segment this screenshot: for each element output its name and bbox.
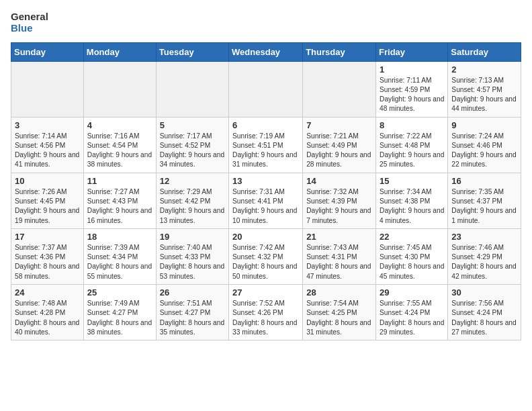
weekday-header-saturday: Saturday (448, 42, 521, 61)
calendar-cell (83, 61, 156, 117)
day-info: Sunrise: 7:35 AM Sunset: 4:37 PM Dayligh… (451, 187, 517, 226)
day-info: Sunrise: 7:26 AM Sunset: 4:45 PM Dayligh… (15, 187, 80, 226)
calendar-cell: 23Sunrise: 7:46 AM Sunset: 4:29 PM Dayli… (448, 228, 521, 284)
calendar-cell (156, 61, 228, 117)
day-number: 30 (451, 287, 517, 298)
calendar-table: SundayMondayTuesdayWednesdayThursdayFrid… (11, 42, 521, 341)
calendar-cell: 27Sunrise: 7:52 AM Sunset: 4:26 PM Dayli… (229, 285, 303, 340)
day-info: Sunrise: 7:42 AM Sunset: 4:32 PM Dayligh… (232, 243, 299, 281)
day-info: Sunrise: 7:43 AM Sunset: 4:31 PM Dayligh… (306, 243, 372, 281)
calendar-cell: 18Sunrise: 7:39 AM Sunset: 4:34 PM Dayli… (83, 228, 156, 284)
day-number: 26 (160, 287, 225, 298)
day-info: Sunrise: 7:14 AM Sunset: 4:56 PM Dayligh… (15, 132, 80, 170)
calendar-cell: 8Sunrise: 7:22 AM Sunset: 4:48 PM Daylig… (376, 117, 448, 173)
day-number: 6 (232, 120, 299, 130)
calendar-cell: 19Sunrise: 7:40 AM Sunset: 4:33 PM Dayli… (156, 228, 228, 284)
calendar-cell: 20Sunrise: 7:42 AM Sunset: 4:32 PM Dayli… (229, 228, 303, 284)
day-number: 20 (232, 232, 299, 242)
day-info: Sunrise: 7:40 AM Sunset: 4:33 PM Dayligh… (160, 243, 225, 281)
day-number: 29 (380, 287, 444, 298)
logo: General Blue (11, 11, 48, 34)
day-info: Sunrise: 7:45 AM Sunset: 4:30 PM Dayligh… (380, 243, 444, 281)
calendar-cell: 26Sunrise: 7:51 AM Sunset: 4:27 PM Dayli… (156, 285, 228, 340)
calendar-cell: 11Sunrise: 7:27 AM Sunset: 4:43 PM Dayli… (83, 173, 156, 228)
day-number: 28 (306, 287, 372, 298)
day-info: Sunrise: 7:32 AM Sunset: 4:39 PM Dayligh… (306, 187, 372, 226)
calendar-cell: 12Sunrise: 7:29 AM Sunset: 4:42 PM Dayli… (156, 173, 228, 228)
day-number: 14 (306, 176, 372, 186)
week-row-4: 17Sunrise: 7:37 AM Sunset: 4:36 PM Dayli… (11, 228, 521, 284)
calendar-cell: 5Sunrise: 7:17 AM Sunset: 4:52 PM Daylig… (156, 117, 228, 173)
day-number: 22 (380, 232, 444, 242)
day-number: 3 (15, 120, 80, 130)
logo-text-general: General (11, 11, 48, 22)
day-number: 17 (15, 232, 80, 242)
day-number: 19 (160, 232, 225, 242)
day-number: 10 (15, 176, 80, 186)
day-number: 7 (306, 120, 372, 130)
day-number: 25 (87, 287, 152, 298)
day-info: Sunrise: 7:39 AM Sunset: 4:34 PM Dayligh… (87, 243, 152, 281)
calendar-cell: 14Sunrise: 7:32 AM Sunset: 4:39 PM Dayli… (303, 173, 376, 228)
day-number: 1 (380, 64, 444, 75)
calendar-cell: 9Sunrise: 7:24 AM Sunset: 4:46 PM Daylig… (448, 117, 521, 173)
day-number: 12 (160, 176, 225, 186)
day-number: 21 (306, 232, 372, 242)
day-info: Sunrise: 7:22 AM Sunset: 4:48 PM Dayligh… (380, 132, 444, 170)
day-number: 2 (451, 64, 517, 75)
day-info: Sunrise: 7:54 AM Sunset: 4:25 PM Dayligh… (306, 299, 372, 337)
day-info: Sunrise: 7:13 AM Sunset: 4:57 PM Dayligh… (451, 76, 517, 114)
day-info: Sunrise: 7:55 AM Sunset: 4:24 PM Dayligh… (380, 299, 444, 337)
day-number: 5 (160, 120, 225, 130)
calendar-cell: 16Sunrise: 7:35 AM Sunset: 4:37 PM Dayli… (448, 173, 521, 228)
day-info: Sunrise: 7:27 AM Sunset: 4:43 PM Dayligh… (87, 187, 152, 226)
calendar-cell (229, 61, 303, 117)
weekday-header-row: SundayMondayTuesdayWednesdayThursdayFrid… (11, 42, 521, 61)
day-number: 8 (380, 120, 444, 130)
day-number: 23 (451, 232, 517, 242)
calendar-cell: 25Sunrise: 7:49 AM Sunset: 4:27 PM Dayli… (83, 285, 156, 340)
day-info: Sunrise: 7:31 AM Sunset: 4:41 PM Dayligh… (232, 187, 299, 226)
weekday-header-tuesday: Tuesday (156, 42, 228, 61)
calendar-cell: 30Sunrise: 7:56 AM Sunset: 4:24 PM Dayli… (448, 285, 521, 340)
day-info: Sunrise: 7:51 AM Sunset: 4:27 PM Dayligh… (160, 299, 225, 337)
calendar-cell: 15Sunrise: 7:34 AM Sunset: 4:38 PM Dayli… (376, 173, 448, 228)
day-number: 15 (380, 176, 444, 186)
day-number: 27 (232, 287, 299, 298)
calendar-cell: 24Sunrise: 7:48 AM Sunset: 4:28 PM Dayli… (11, 285, 84, 340)
calendar-cell: 2Sunrise: 7:13 AM Sunset: 4:57 PM Daylig… (448, 61, 521, 117)
day-info: Sunrise: 7:46 AM Sunset: 4:29 PM Dayligh… (451, 243, 517, 281)
calendar-cell: 3Sunrise: 7:14 AM Sunset: 4:56 PM Daylig… (11, 117, 84, 173)
day-info: Sunrise: 7:21 AM Sunset: 4:49 PM Dayligh… (306, 132, 372, 170)
page-header: General Blue (11, 11, 521, 34)
day-info: Sunrise: 7:48 AM Sunset: 4:28 PM Dayligh… (15, 299, 80, 337)
weekday-header-friday: Friday (376, 42, 448, 61)
calendar-cell: 21Sunrise: 7:43 AM Sunset: 4:31 PM Dayli… (303, 228, 376, 284)
day-info: Sunrise: 7:24 AM Sunset: 4:46 PM Dayligh… (451, 132, 517, 170)
day-number: 4 (87, 120, 152, 130)
week-row-2: 3Sunrise: 7:14 AM Sunset: 4:56 PM Daylig… (11, 117, 521, 173)
weekday-header-sunday: Sunday (11, 42, 84, 61)
day-info: Sunrise: 7:17 AM Sunset: 4:52 PM Dayligh… (160, 132, 225, 170)
calendar-cell: 13Sunrise: 7:31 AM Sunset: 4:41 PM Dayli… (229, 173, 303, 228)
day-number: 16 (451, 176, 517, 186)
calendar-cell: 17Sunrise: 7:37 AM Sunset: 4:36 PM Dayli… (11, 228, 84, 284)
day-info: Sunrise: 7:19 AM Sunset: 4:51 PM Dayligh… (232, 132, 299, 170)
calendar-cell: 1Sunrise: 7:11 AM Sunset: 4:59 PM Daylig… (376, 61, 448, 117)
day-info: Sunrise: 7:49 AM Sunset: 4:27 PM Dayligh… (87, 299, 152, 337)
day-info: Sunrise: 7:29 AM Sunset: 4:42 PM Dayligh… (160, 187, 225, 226)
day-info: Sunrise: 7:11 AM Sunset: 4:59 PM Dayligh… (380, 76, 444, 114)
calendar-cell (11, 61, 84, 117)
day-number: 9 (451, 120, 517, 130)
calendar-cell: 6Sunrise: 7:19 AM Sunset: 4:51 PM Daylig… (229, 117, 303, 173)
logo-text-blue: Blue (11, 22, 48, 34)
day-number: 11 (87, 176, 152, 186)
day-number: 13 (232, 176, 299, 186)
day-number: 18 (87, 232, 152, 242)
weekday-header-thursday: Thursday (303, 42, 376, 61)
day-info: Sunrise: 7:56 AM Sunset: 4:24 PM Dayligh… (451, 299, 517, 337)
calendar-cell: 4Sunrise: 7:16 AM Sunset: 4:54 PM Daylig… (83, 117, 156, 173)
week-row-5: 24Sunrise: 7:48 AM Sunset: 4:28 PM Dayli… (11, 285, 521, 340)
calendar-cell: 10Sunrise: 7:26 AM Sunset: 4:45 PM Dayli… (11, 173, 84, 228)
calendar-cell: 29Sunrise: 7:55 AM Sunset: 4:24 PM Dayli… (376, 285, 448, 340)
